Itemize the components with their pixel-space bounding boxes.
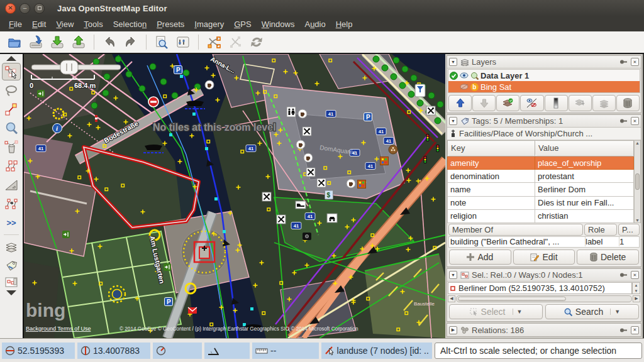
heading-field	[153, 343, 202, 359]
preset-row[interactable]: Facilities/Place of Worship/Church ...	[447, 128, 641, 140]
column-member-of[interactable]: Member Of	[448, 224, 583, 236]
pin-icon[interactable]	[619, 117, 628, 126]
move-down-icon[interactable]	[472, 95, 496, 111]
pin-icon[interactable]	[619, 326, 628, 334]
add-tag-button[interactable]: Add	[449, 250, 511, 265]
menu-imagery[interactable]: Imagery	[189, 18, 229, 31]
lasso-tool-icon[interactable]	[2, 82, 21, 99]
close-panel-icon[interactable]: ✕	[631, 271, 639, 279]
split-way-icon[interactable]	[204, 33, 224, 52]
menu-gps[interactable]: GPS	[229, 18, 256, 31]
expand-icon[interactable]: ▶	[449, 326, 457, 334]
refresh-icon[interactable]	[247, 33, 267, 52]
menu-bar: FileEditViewToolsSelectionPresetsImagery…	[0, 16, 644, 31]
redo-icon[interactable]	[121, 33, 141, 52]
download-icon[interactable]	[26, 33, 46, 52]
opacity-icon[interactable]	[545, 95, 568, 111]
pin-icon[interactable]	[619, 58, 628, 67]
terms-of-use-link[interactable]: Background Terms of Use	[26, 326, 91, 332]
open-icon[interactable]	[4, 33, 25, 52]
dimmed-eye-icon	[460, 84, 469, 90]
menu-tools[interactable]: Tools	[79, 18, 108, 31]
scale-min-label: 0	[30, 82, 33, 89]
duplicate-layer-icon[interactable]	[592, 95, 616, 111]
layer-row-data[interactable]: Data Layer 1	[448, 70, 640, 81]
scroll-up-icon[interactable]	[2, 55, 21, 62]
menu-file[interactable]: File	[4, 18, 27, 31]
close-panel-icon[interactable]: ✕	[631, 117, 639, 125]
activate-layer-icon[interactable]	[496, 95, 519, 111]
tags-toggle-icon[interactable]	[2, 257, 21, 275]
collapse-icon[interactable]: ▼	[449, 117, 457, 125]
menu-view[interactable]: View	[51, 18, 79, 31]
column-role[interactable]: Role	[584, 224, 617, 236]
upload-icon[interactable]	[69, 33, 89, 52]
zoom-tool-icon[interactable]	[2, 119, 21, 137]
list-spinner[interactable]: ▲▼	[632, 282, 640, 294]
hydrant-icon	[95, 115, 97, 122]
selection-list-item[interactable]: Berliner Dom (52.5190735, 13.4010752)	[448, 282, 632, 294]
delete-tag-button[interactable]: Delete	[577, 250, 639, 265]
svg-text:41: 41	[308, 214, 313, 219]
column-position[interactable]: P...	[618, 224, 640, 236]
route-ref-badge: 41	[291, 222, 301, 229]
tag-row[interactable]: nameBerliner Dom	[448, 183, 634, 196]
unglue-tool-icon[interactable]	[2, 157, 21, 175]
move-up-icon[interactable]	[448, 95, 472, 111]
menu-presets[interactable]: Presets	[152, 18, 189, 31]
menu-audio[interactable]: Audio	[299, 18, 330, 31]
layers-toggle-icon[interactable]	[2, 238, 21, 256]
select-button[interactable]: Select ▼	[449, 304, 543, 319]
more-tools[interactable]: >>	[2, 214, 21, 231]
column-key[interactable]: Key	[448, 141, 535, 156]
search-button[interactable]: Search ▼	[545, 304, 639, 319]
select-icon	[470, 308, 478, 315]
menu-edit[interactable]: Edit	[27, 18, 51, 31]
select-tool-icon[interactable]	[2, 63, 21, 80]
menu-selection[interactable]: Selection	[108, 18, 152, 31]
selection-icon	[460, 271, 469, 280]
collapse-icon[interactable]: ▼	[449, 58, 457, 66]
latitude-field: 52.5195393	[2, 343, 75, 359]
extrude-tool-icon[interactable]	[2, 176, 21, 194]
window-close-button[interactable]: ✕	[5, 3, 16, 14]
tag-row[interactable]: religionchristian	[448, 209, 634, 222]
close-panel-icon[interactable]: ✕	[631, 58, 639, 66]
undo-icon[interactable]	[99, 33, 119, 52]
show-hide-icon[interactable]	[520, 95, 543, 111]
collapse-icon[interactable]: ▼	[449, 271, 457, 279]
draw-tool-icon[interactable]	[2, 101, 21, 118]
scroll-down-icon[interactable]	[2, 289, 21, 297]
delete-tool-icon[interactable]	[2, 138, 21, 156]
pin-icon[interactable]	[619, 271, 628, 280]
selection-toggle-icon[interactable]	[2, 276, 21, 288]
merge-down-icon[interactable]	[569, 95, 592, 111]
combine-way-icon[interactable]	[225, 33, 245, 52]
map-view[interactable]: PPPi$ 414141414141414141 Bodestraße Am L…	[24, 54, 445, 338]
tags-scrollbar[interactable]: ▲▼	[634, 140, 641, 223]
selection-hscrollbar[interactable]: ◀ ▶	[448, 295, 640, 302]
delete-layer-icon[interactable]	[616, 95, 640, 111]
layer-row-bing[interactable]: b Bing Sat	[448, 81, 640, 92]
parallel-tool-icon[interactable]	[2, 195, 21, 212]
menu-windows[interactable]: Windows	[257, 18, 300, 31]
window-minimize-button[interactable]: –	[19, 3, 30, 14]
tag-row[interactable]: denominationprotestant	[448, 170, 634, 183]
edit-tag-button[interactable]: Edit	[513, 250, 575, 265]
membership-row[interactable]: building ("Berlin Cathedral", ... label …	[448, 236, 640, 248]
close-panel-icon[interactable]: ✕	[631, 326, 639, 334]
column-value[interactable]: Value	[535, 141, 634, 156]
search-icon[interactable]	[152, 33, 172, 52]
tag-row[interactable]: amenityplace_of_worship	[448, 156, 634, 169]
node-icon	[450, 286, 455, 291]
menu-help[interactable]: Help	[331, 18, 358, 31]
route-ref-badge: 41	[36, 145, 46, 152]
title-bar: ✕ – Java OpenStreetMap Editor	[0, 0, 644, 16]
tag-row[interactable]: noteDies ist nur ein Fall...	[448, 196, 634, 209]
window-maximize-button[interactable]	[34, 3, 45, 14]
relations-icon	[460, 326, 469, 334]
hotel-icon	[296, 201, 306, 209]
relations-panel: ▶ Relations: 186 ✕	[447, 323, 641, 337]
preferences-icon[interactable]	[173, 33, 193, 52]
download-data-icon[interactable]	[47, 33, 67, 52]
